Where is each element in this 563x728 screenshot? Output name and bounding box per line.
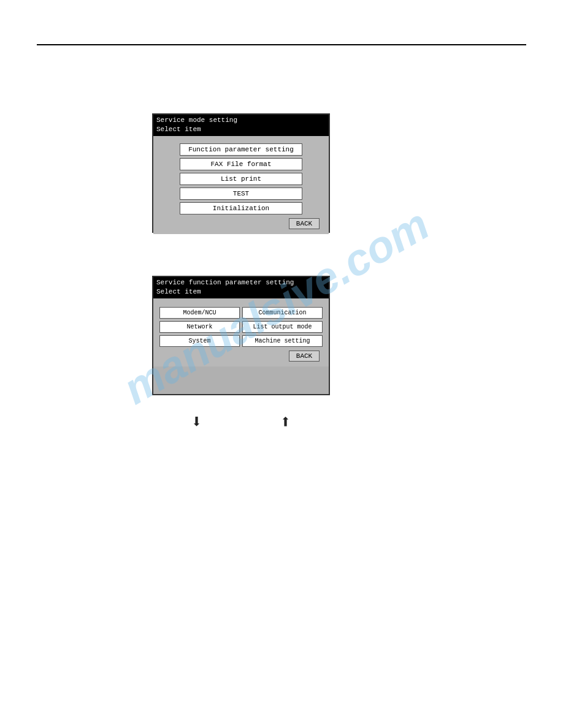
test-button[interactable]: TEST [180,188,302,200]
function-parameter-setting-button[interactable]: Function parameter setting [180,143,302,156]
initialization-button[interactable]: Initialization [180,202,302,214]
arrow-up-icon[interactable]: ⬆ [280,411,291,433]
network-button[interactable]: Network [159,321,240,333]
screen1-body: Function parameter setting FAX File form… [153,136,329,234]
arrow-down-icon[interactable]: ⬇ [191,411,202,433]
top-divider [37,44,526,45]
communication-button[interactable]: Communication [242,307,323,319]
screen1-header: Service mode setting Select item [153,115,329,136]
machine-setting-button[interactable]: Machine setting [242,335,323,347]
screen2-body: Modem/NCU Communication Network List out… [153,298,329,366]
screen1-header-line1: Service mode setting [156,116,326,125]
list-output-mode-button[interactable]: List output mode [242,321,323,333]
screen2-button-grid: Modem/NCU Communication Network List out… [159,307,323,347]
screen1-header-line2: Select item [156,125,326,134]
fax-file-format-button[interactable]: FAX File format [180,158,302,170]
screen1-back-button[interactable]: BACK [289,218,320,229]
screen2-header-line2: Select item [156,287,326,297]
modem-ncu-button[interactable]: Modem/NCU [159,307,240,319]
system-button[interactable]: System [159,335,240,347]
service-mode-screen: Service mode setting Select item Functio… [152,113,330,233]
screen2-header-line1: Service function parameter setting [156,278,326,287]
screen2-header: Service function parameter setting Selec… [153,277,329,298]
service-function-parameter-screen: Service function parameter setting Selec… [152,276,330,395]
navigation-arrows: ⬇ ⬆ [152,411,330,433]
list-print-button[interactable]: List print [180,173,302,185]
screen2-back-button[interactable]: BACK [289,351,320,362]
